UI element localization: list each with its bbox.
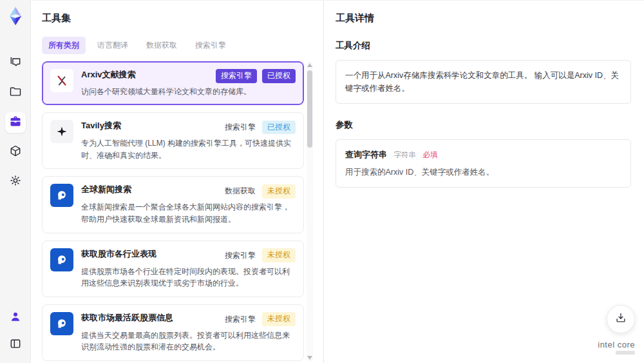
parameter-name: 查询字符串 <box>345 150 387 159</box>
tool-list-panel: 工具集 所有类别 语言翻译 数据获取 搜索引擎 Arxiv文献搜索 搜索引擎 已… <box>31 0 324 363</box>
tool-description: 访问各个研究领域大量科学论文和文章的存储库。 <box>81 86 296 98</box>
cube-icon <box>9 144 22 160</box>
tool-description: 全球新闻搜索是一个聚合全球各大新闻网站内容的搜索引擎，帮助用户快速获取全球最新资… <box>81 201 296 225</box>
tool-name: Tavily搜索 <box>81 120 121 132</box>
tool-card-stock-sectors[interactable]: 获取股市各行业表现 搜索引擎 未授权 提供股票市场各个行业在特定时间段内的表现。… <box>42 240 304 297</box>
sidebar-item-user[interactable] <box>5 308 26 328</box>
tool-card-tavily[interactable]: Tavily搜索 搜索引擎 已授权 专为人工智能代理 (LLM) 构建的搜索引擎… <box>42 112 304 169</box>
tool-list: Arxiv文献搜索 搜索引擎 已授权 访问各个研究领域大量科学论文和文章的存储库… <box>42 61 313 362</box>
tab-all-categories[interactable]: 所有类别 <box>42 37 86 54</box>
auth-status-badge: 已授权 <box>262 121 296 135</box>
sidebar-item-collapse[interactable] <box>5 335 26 355</box>
parameter-required-badge: 必填 <box>422 151 437 159</box>
stock-blue-logo-icon <box>50 248 73 271</box>
sidebar-item-files[interactable] <box>5 83 26 103</box>
parameter-card: 查询字符串 字符串 必填 用于搜索的Arxiv ID、关键字或作者姓名。 <box>336 139 631 188</box>
params-heading: 参数 <box>336 119 631 131</box>
tool-card-global-news[interactable]: 全球新闻搜索 数据获取 未授权 全球新闻搜索是一个聚合全球各大新闻网站内容的搜索… <box>42 176 304 233</box>
scrollbar-thumb[interactable] <box>307 70 312 148</box>
gear-icon <box>9 174 22 190</box>
category-badge: 数据获取 <box>223 184 257 199</box>
download-icon <box>614 311 627 327</box>
list-scrollbar[interactable] <box>307 61 313 362</box>
category-tabs: 所有类别 语言翻译 数据获取 搜索引擎 <box>42 37 313 54</box>
chat-icon <box>9 55 22 71</box>
intro-box: 一个用于从Arxiv存储库搜索科学论文和文章的工具。 输入可以是Arxiv ID… <box>336 60 631 104</box>
category-badge: 搜索引擎 <box>223 120 257 135</box>
page-title: 工具集 <box>42 12 313 25</box>
sidebar-item-packages[interactable] <box>5 142 26 162</box>
auth-status-badge: 未授权 <box>262 312 296 326</box>
scroll-down-icon[interactable] <box>307 356 312 360</box>
tab-data-fetch[interactable]: 数据获取 <box>140 37 184 54</box>
briefcase-icon <box>9 115 22 130</box>
sidebar-item-settings[interactable] <box>5 172 26 192</box>
sidebar-item-tools[interactable] <box>5 112 26 133</box>
arxiv-logo-icon <box>50 69 73 92</box>
intel-core-logo: intel core <box>598 340 635 355</box>
download-button[interactable] <box>607 305 635 333</box>
tool-name: 全球新闻搜索 <box>81 184 131 195</box>
tool-name: 获取市场最活跃股票信息 <box>81 312 173 324</box>
sidebar-item-chat[interactable] <box>5 53 26 74</box>
brand-subtext-bar <box>616 351 635 355</box>
parameter-type: 字符串 <box>393 151 416 159</box>
news-blue-logo-icon <box>50 184 73 207</box>
tool-description: 专为人工智能代理 (LLM) 构建的搜索引擎工具，可快速提供实时、准确和真实的结… <box>81 137 296 161</box>
tool-description: 提供股票市场各个行业在特定时间段内的表现。投资者可以利用这些信息来识别表现优于或… <box>81 266 296 289</box>
category-badge: 搜索引擎 <box>223 312 257 327</box>
auth-status-badge: 未授权 <box>262 184 296 199</box>
detail-title: 工具详情 <box>336 12 631 25</box>
app-rail <box>0 0 31 363</box>
auth-status-badge: 已授权 <box>262 69 296 83</box>
brand-text: intel core <box>598 340 635 349</box>
tool-description: 提供当天交易量最高的股票列表。投资者可以利用这些信息来识别流动性强的股票和潜在的… <box>81 329 296 353</box>
intro-heading: 工具介绍 <box>336 40 631 52</box>
parameter-description: 用于搜索的Arxiv ID、关键字或作者姓名。 <box>345 166 621 179</box>
panel-collapse-icon <box>9 337 22 353</box>
tool-name: Arxiv文献搜索 <box>81 69 136 81</box>
intro-text: 一个用于从Arxiv存储库搜索科学论文和文章的工具。 输入可以是Arxiv ID… <box>345 69 621 95</box>
user-icon <box>9 310 22 326</box>
tool-card-arxiv[interactable]: Arxiv文献搜索 搜索引擎 已授权 访问各个研究领域大量科学论文和文章的存储库… <box>42 61 304 105</box>
tavily-star-icon <box>50 120 73 143</box>
scroll-up-icon[interactable] <box>307 63 312 67</box>
tool-detail-panel: 工具详情 工具介绍 一个用于从Arxiv存储库搜索科学论文和文章的工具。 输入可… <box>325 0 644 363</box>
tab-translation[interactable]: 语言翻译 <box>91 37 135 54</box>
app-logo-icon[interactable] <box>6 6 25 26</box>
category-badge: 搜索引擎 <box>216 69 257 83</box>
tool-name: 获取股市各行业表现 <box>81 248 156 260</box>
auth-status-badge: 未授权 <box>262 248 296 262</box>
tab-search-engine[interactable]: 搜索引擎 <box>189 37 232 54</box>
stock-blue-logo-icon <box>50 312 73 335</box>
category-badge: 搜索引擎 <box>223 248 257 263</box>
folder-icon <box>9 85 22 101</box>
tool-card-active-stocks[interactable]: 获取市场最活跃股票信息 搜索引擎 未授权 提供当天交易量最高的股票列表。投资者可… <box>42 304 304 361</box>
